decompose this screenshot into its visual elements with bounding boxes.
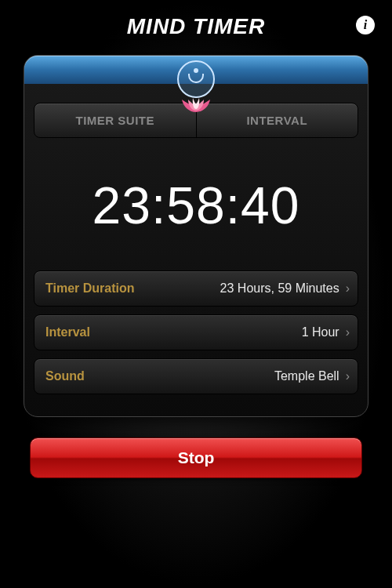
setting-sound[interactable]: Sound Temple Bell ›	[34, 358, 358, 394]
setting-value: Temple Bell	[274, 369, 339, 383]
setting-timer-duration[interactable]: Timer Duration 23 Hours, 59 Minutes ›	[34, 270, 358, 307]
timer-card: TIMER SUITE INTERVAL 23:58:40 Timer Dura…	[24, 55, 368, 417]
setting-value: 23 Hours, 59 Minutes	[220, 281, 339, 296]
settings-list: Timer Duration 23 Hours, 59 Minutes › In…	[24, 270, 368, 416]
chevron-right-icon: ›	[346, 325, 350, 339]
info-icon[interactable]: i	[356, 16, 375, 34]
chevron-right-icon: ›	[346, 369, 350, 383]
setting-value: 1 Hour	[302, 325, 339, 339]
lotus-logo-icon	[172, 60, 220, 109]
app-title: MIND TIMER	[127, 14, 265, 39]
stop-button[interactable]: Stop	[30, 437, 362, 478]
setting-label: Interval	[45, 325, 90, 339]
chevron-right-icon: ›	[346, 281, 350, 296]
time-display: 23:58:40	[24, 144, 368, 270]
setting-label: Timer Duration	[45, 281, 135, 296]
setting-interval[interactable]: Interval 1 Hour ›	[34, 314, 358, 350]
app-header: MIND TIMER i	[0, 0, 392, 47]
setting-label: Sound	[45, 369, 85, 383]
card-header-bar	[24, 56, 368, 84]
